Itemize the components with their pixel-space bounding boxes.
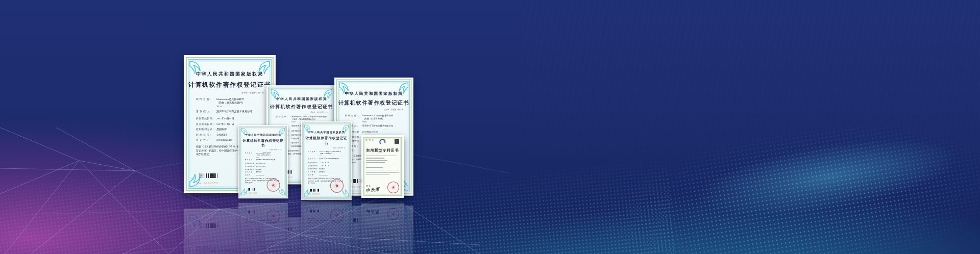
field-label: 软 件 名 称： xyxy=(196,97,216,108)
field-label: 权利取得方式： xyxy=(308,168,319,170)
field-label: 登 记 号： xyxy=(245,174,256,176)
certificate-inner-frame: 中华人民共和国国家版权局 计算机软件著作权登记证 书 证书号：软著登字第···号… xyxy=(303,124,349,198)
certificate-title: 计算机软件著作权登记证 书 xyxy=(241,139,285,148)
corner-flourish-icon xyxy=(257,61,270,74)
corner-flourish-icon xyxy=(278,128,285,135)
field-label: 权利取得方式： xyxy=(196,128,216,131)
corner-flourish-icon xyxy=(322,89,332,99)
barcode xyxy=(247,188,257,191)
field-value: 2017年11月01日 xyxy=(319,165,346,167)
copyright-certificate-4: 中华人民共和国国家版权局 计算机软件著作权登记证 书 证书号：软著登字第···号… xyxy=(238,125,288,198)
barcode xyxy=(200,173,218,178)
field-value: 2017年11月01日 xyxy=(256,165,282,167)
text-line xyxy=(366,158,384,158)
qr-code xyxy=(395,139,399,144)
field-label: 首次发表日期： xyxy=(245,165,256,167)
field-value: Martiantrier数控PCB激光打标机软件 ［简称：打标机软件］ V1.0 xyxy=(319,150,346,157)
text-line xyxy=(366,162,385,163)
field-label: 权 利 范 围： xyxy=(196,133,216,137)
certificate-number-line: 证书号：软著登字第···号 xyxy=(270,111,328,113)
field-value: 全部权利 xyxy=(319,171,346,173)
field-value: 深圳市马丁特尼尔技术有限公司 xyxy=(319,158,346,160)
certificate-inner-frame: 中华人民共和国国家版权局 计算机软件著作权登记证 书 证书号：软著登字第···号… xyxy=(240,127,286,196)
corner-flourish-icon xyxy=(189,61,203,74)
certificate-number-line: 证书号：软著登字第···号 xyxy=(338,109,403,111)
certificate-group: 中华人民共和国国家版权局 计算机软件著作权登记证书 证书号：软著登字第···号 … xyxy=(0,0,980,200)
serial-number: No. 0272032 xyxy=(197,182,218,185)
certificate-number-line: 证书号：软著登字第···号 xyxy=(241,149,282,150)
field-label: 首次发表日期： xyxy=(196,122,216,126)
field-label: 开发完成日期： xyxy=(245,163,256,165)
field-value: 2017年05月01日 xyxy=(256,163,282,165)
field-label: 开发完成日期： xyxy=(196,117,216,120)
field-label: 软 件 名 称： xyxy=(308,150,319,157)
text-line xyxy=(366,156,397,156)
certificate-title: 计算机软件著作权登记证书 xyxy=(188,81,271,89)
field-value: Martiantrier激光打标软件 ［简称：激光打标软件］ V1.0 xyxy=(256,152,282,158)
certificate-title: 计算机软件著作权登记证书 xyxy=(270,104,333,110)
text-line xyxy=(366,174,389,175)
corner-flourish-icon xyxy=(304,124,311,132)
barcode xyxy=(310,189,320,191)
issuer-signature: 申长雨 xyxy=(365,187,380,194)
field-label: 登 记 号： xyxy=(308,174,319,176)
certificate-number-line: 证书号：软著登字第···号 xyxy=(188,91,264,94)
field-value: 2018SR040405 xyxy=(319,174,346,176)
certificate-title: 计算机软件著作权登记证书 xyxy=(338,99,409,107)
field-value: 全部权利 xyxy=(256,171,282,173)
serial-number: No. 0272032 xyxy=(308,194,320,195)
field-label: 登 记 号： xyxy=(196,138,216,142)
text-line xyxy=(366,167,383,167)
corner-flourish-icon xyxy=(397,82,408,93)
corner-flourish-icon xyxy=(271,89,281,99)
field-label: 权 利 范 围： xyxy=(308,171,319,173)
certificate-fields: 软 件 名 称：Martiantrier激光打标软件 ［简称：激光打标软件］ V… xyxy=(245,152,282,175)
certificate-number-line: 证书号：软著登字第···号 xyxy=(304,147,346,148)
patent-office-logo-icon xyxy=(379,139,386,145)
field-value: Martiantrier激光打标软件 ［简称：激光打标软件］ V1.0 xyxy=(216,97,264,108)
corner-flourish-icon xyxy=(241,128,249,135)
certificate-title: 计算机软件著作权登记证 书 xyxy=(304,136,349,146)
field-value: 深圳市马丁特尼尔技术有限公司 xyxy=(256,159,282,161)
certificate-fields: 软 件 名 称：Martiantrier数控PCB激光打标机软件 ［简称：打标机… xyxy=(308,150,346,176)
field-label: 软 件 名 称： xyxy=(276,116,291,123)
patent-signature-block: 局 长 申长雨 xyxy=(366,185,380,193)
field-label: 软 件 名 称： xyxy=(245,152,256,158)
patent-number-line: 证 书 号 xyxy=(365,139,374,141)
certificates-banner: 中华人民共和国国家版权局 计算机软件著作权登记证书 证书号：软著登字第···号 … xyxy=(0,0,980,254)
corner-flourish-icon xyxy=(278,188,285,195)
corner-flourish-icon xyxy=(339,82,350,93)
field-value: 深圳市马丁特尼尔技术发展公司 xyxy=(216,110,264,113)
utility-model-patent-certificate: 证 书 号 实用新型专利证书 局 长 申长雨 xyxy=(361,135,404,198)
field-label: 首次发表日期： xyxy=(308,165,319,167)
field-value: 原始取得 xyxy=(256,168,282,170)
field-label: 开发完成日期： xyxy=(308,162,319,164)
corner-flourish-icon xyxy=(341,124,349,132)
field-label: 权利取得方式： xyxy=(245,168,256,170)
field-label: 著 作 权 人： xyxy=(196,110,216,113)
text-line xyxy=(366,172,399,172)
field-value: 2018SR040405 xyxy=(256,174,282,176)
field-label: 权 利 范 围： xyxy=(245,171,256,173)
field-label: 著 作 权 人： xyxy=(308,158,319,160)
field-value: 2017年05月01日 xyxy=(319,162,346,164)
serial-number: No. 0272032 xyxy=(246,192,257,194)
patent-office-seal: ★ xyxy=(387,182,399,193)
text-line xyxy=(366,170,399,170)
text-line xyxy=(366,160,387,161)
corner-flourish-icon xyxy=(341,189,349,197)
field-value: 2017年05月01日 xyxy=(216,117,264,120)
field-label: 著 作 权 人： xyxy=(245,159,256,161)
field-value: 原始取得 xyxy=(319,168,346,170)
copyright-certificate-5: 中华人民共和国国家版权局 计算机软件著作权登记证 书 证书号：软著登字第···号… xyxy=(301,121,352,200)
text-line xyxy=(366,165,395,165)
